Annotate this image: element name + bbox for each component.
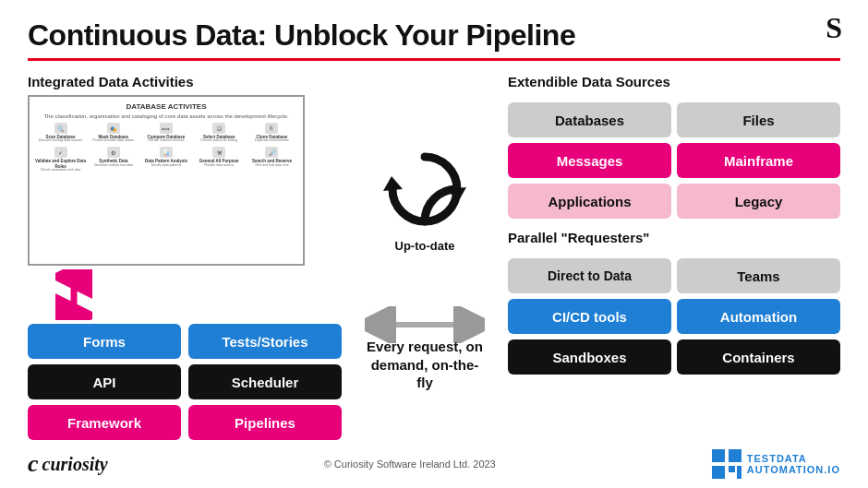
middle-column: Up-to-date Every request, on demand, o bbox=[351, 74, 499, 424]
scheduler-button[interactable]: Scheduler bbox=[188, 364, 342, 399]
list-item: 🎭 Mask Database Protect sensitive data v… bbox=[88, 123, 139, 143]
right-top-grid: Databases Files Messages Mainframe Appli… bbox=[508, 102, 840, 219]
list-item: ⚙ Synthetic Data Generate realistic test… bbox=[88, 147, 139, 173]
cycle-arrow-container bbox=[379, 143, 471, 239]
curiosity-logo: c curiosity bbox=[28, 450, 108, 478]
db-activities-row2: ✓ Validate and Explore Data Rules Check … bbox=[35, 147, 297, 173]
left-section-label: Integrated Data Activities bbox=[28, 74, 342, 89]
tests-stories-button[interactable]: Tests/Stories bbox=[188, 324, 342, 359]
content-area: Integrated Data Activities DATABASE ACTI… bbox=[28, 74, 840, 424]
svg-marker-2 bbox=[447, 187, 466, 202]
databases-button[interactable]: Databases bbox=[508, 102, 671, 137]
mainframe-button[interactable]: Mainframe bbox=[677, 143, 840, 178]
list-item: ⚒ General All Purpose Flexible data acti… bbox=[194, 147, 245, 173]
vertical-arrow-container bbox=[55, 269, 342, 320]
list-item: ✓ Validate and Explore Data Rules Check … bbox=[35, 147, 86, 173]
db-activities-box: DATABASE ACTIVITES The classification, o… bbox=[28, 95, 305, 266]
select-icon: ☑ bbox=[212, 123, 225, 134]
page-title: Continuous Data: Unblock Your Pipeline bbox=[28, 18, 840, 53]
list-item: ☑ Select Database Choose subset for test… bbox=[194, 123, 245, 143]
left-column: Integrated Data Activities DATABASE ACTI… bbox=[28, 74, 342, 424]
clone-icon: ⎘ bbox=[265, 123, 278, 134]
svg-rect-5 bbox=[729, 449, 741, 462]
db-activities-subtitle: The classification, organisation and cat… bbox=[35, 113, 297, 119]
curiosity-name: curiosity bbox=[42, 454, 108, 475]
title-underline bbox=[28, 58, 840, 61]
messages-button[interactable]: Messages bbox=[508, 143, 671, 178]
search-reserve-icon: 🔎 bbox=[265, 147, 278, 158]
left-btn-row-2: API Scheduler bbox=[28, 364, 342, 399]
validate-icon: ✓ bbox=[54, 147, 67, 158]
db-activities-row1: 🔍 Scan Database Discover and tag data so… bbox=[35, 123, 297, 143]
curiosity-c-letter: c bbox=[28, 450, 39, 478]
testdata-logo: TESTDATA AUTOMATION.IO bbox=[712, 449, 840, 479]
left-btn-row-1: Forms Tests/Stories bbox=[28, 324, 342, 359]
right-bottom-label: Parallel "Requesters" bbox=[508, 230, 840, 245]
testdata-icon bbox=[712, 449, 741, 479]
up-to-date-label: Up-to-date bbox=[395, 239, 455, 253]
api-button[interactable]: API bbox=[28, 364, 181, 399]
svg-rect-4 bbox=[712, 449, 725, 462]
containers-button[interactable]: Containers bbox=[677, 339, 840, 375]
direct-to-data-button[interactable]: Direct to Data bbox=[508, 258, 671, 293]
cycle-arrow-icon bbox=[379, 143, 471, 235]
list-item: ⟺ Compare Database Diff two schema versi… bbox=[140, 123, 191, 143]
slide: S Continuous Data: Unblock Your Pipeline… bbox=[0, 0, 868, 488]
legacy-button[interactable]: Legacy bbox=[677, 184, 840, 219]
list-item: 📊 Data Pattern Analysis Identify data pa… bbox=[140, 147, 191, 173]
sandboxes-button[interactable]: Sandboxes bbox=[508, 339, 671, 375]
files-button[interactable]: Files bbox=[677, 102, 840, 137]
testdata-line1: TESTDATA bbox=[747, 453, 840, 464]
framework-button[interactable]: Framework bbox=[28, 405, 181, 440]
every-request-label: Every request, on demand, on-the-fly bbox=[365, 338, 485, 392]
automation-button[interactable]: Automation bbox=[677, 299, 840, 334]
scan-icon: 🔍 bbox=[54, 123, 67, 134]
list-item: 🔍 Scan Database Discover and tag data so… bbox=[35, 123, 86, 143]
footer-copyright: © Curiosity Software Ireland Ltd. 2023 bbox=[324, 458, 496, 470]
compare-icon: ⟺ bbox=[160, 123, 173, 134]
right-top-section: Extendible Data Sources Databases Files … bbox=[508, 74, 840, 219]
right-column: Extendible Data Sources Databases Files … bbox=[508, 74, 840, 424]
applications-button[interactable]: Applications bbox=[508, 184, 671, 219]
list-item: ⎘ Clone Database Duplicate environments bbox=[247, 123, 297, 143]
right-bottom-grid: Direct to Data Teams CI/CD tools Automat… bbox=[508, 258, 840, 375]
svg-rect-8 bbox=[737, 466, 741, 479]
pattern-icon: 📊 bbox=[160, 147, 173, 158]
teams-button[interactable]: Teams bbox=[677, 258, 840, 293]
vertical-double-arrow-icon bbox=[55, 269, 92, 320]
left-btn-row-3: Framework Pipelines bbox=[28, 405, 342, 440]
testdata-line2: AUTOMATION.IO bbox=[747, 464, 840, 475]
mask-icon: 🎭 bbox=[107, 123, 120, 134]
general-icon: ⚒ bbox=[212, 147, 225, 158]
footer: c curiosity © Curiosity Software Ireland… bbox=[0, 449, 868, 479]
s-logo: S bbox=[826, 11, 842, 45]
svg-rect-6 bbox=[712, 466, 725, 479]
synthetic-icon: ⚙ bbox=[107, 147, 120, 158]
right-top-label: Extendible Data Sources bbox=[508, 74, 840, 89]
svg-rect-7 bbox=[729, 466, 735, 472]
forms-button[interactable]: Forms bbox=[28, 324, 181, 359]
right-bottom-section: Parallel "Requesters" Direct to Data Tea… bbox=[508, 230, 840, 375]
pipelines-button[interactable]: Pipelines bbox=[188, 405, 342, 440]
list-item: 🔎 Search and Reserve Find and lock data … bbox=[247, 147, 297, 173]
db-activities-title: DATABASE ACTIVITES bbox=[35, 102, 297, 111]
cicd-tools-button[interactable]: CI/CD tools bbox=[508, 299, 671, 334]
svg-marker-1 bbox=[383, 176, 403, 191]
